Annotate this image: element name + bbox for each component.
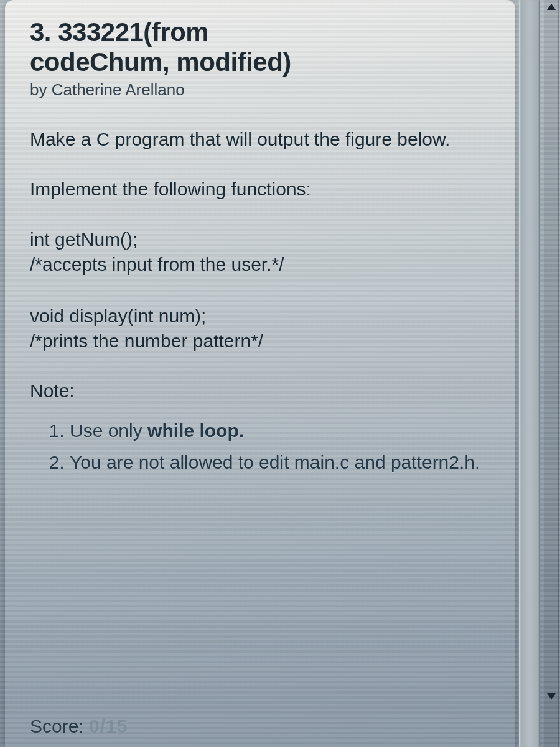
problem-byline: by Catherine Arellano (30, 80, 497, 100)
note-1-bold: while loop. (147, 420, 244, 441)
problem-intro: Make a C program that will output the fi… (30, 127, 497, 153)
scroll-down-icon[interactable] (547, 693, 556, 700)
function-2-block: void display(int num); /*prints the numb… (30, 304, 497, 354)
panel-scrollbar[interactable] (519, 0, 540, 747)
score-row: Score: 0/15 (30, 716, 128, 737)
screenshot-viewport: 3. 333221(from codeChum, modified) by Ca… (0, 0, 560, 747)
problem-card: 3. 333221(from codeChum, modified) by Ca… (5, 0, 515, 747)
window-scrollbar-track[interactable] (544, 0, 559, 747)
scroll-up-icon[interactable] (547, 4, 556, 10)
function-1-comment: /*accepts input from the user.*/ (30, 252, 497, 278)
note-item-2: You are not allowed to edit main.c and p… (70, 448, 497, 476)
note-list: Use only while loop. You are not allowed… (70, 416, 497, 476)
note-label: Note: (30, 380, 497, 402)
function-2-comment: /*prints the number pattern*/ (30, 329, 497, 354)
title-line-1: 3. 333221(from (30, 17, 208, 47)
note-1-pre: Use only (70, 420, 147, 441)
function-1-block: int getNum(); /*accepts input from the u… (30, 227, 497, 278)
problem-title: 3. 333221(from codeChum, modified) (30, 17, 497, 78)
function-1-signature: int getNum(); (30, 227, 497, 253)
function-2-signature: void display(int num); (30, 304, 497, 329)
score-value: 0/15 (89, 716, 128, 736)
note-item-1: Use only while loop. (70, 416, 497, 444)
score-label: Score: (30, 716, 89, 736)
title-line-2: codeChum, modified) (30, 47, 291, 77)
implement-heading: Implement the following functions: (30, 177, 497, 202)
